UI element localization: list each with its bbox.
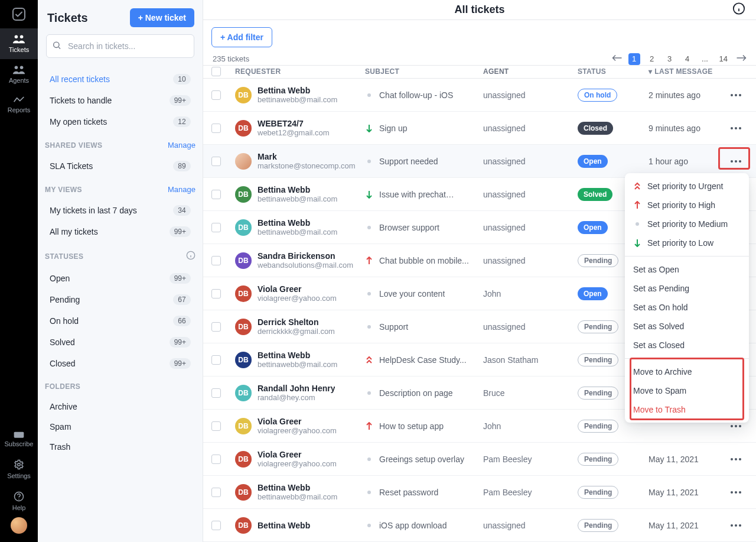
rail-label: Tickets (9, 46, 29, 53)
row-checkbox[interactable] (211, 488, 235, 497)
nav-label: Open (50, 274, 70, 283)
row-checkbox[interactable] (211, 223, 235, 232)
row-checkbox[interactable] (211, 355, 235, 365)
menu-item[interactable]: Set as On hold (625, 298, 749, 317)
table-row[interactable]: DBBettina Webbbettinawebb@mail.comReset … (203, 476, 756, 509)
pager-page[interactable]: 14 (717, 53, 730, 65)
menu-item[interactable]: Set as Open (625, 260, 749, 279)
row-checkbox[interactable] (211, 388, 235, 398)
nav-folders-item[interactable]: Trash (43, 437, 198, 457)
menu-item[interactable]: Set priority to High (625, 196, 749, 215)
row-checkbox[interactable] (211, 455, 235, 464)
avatar (235, 153, 252, 170)
table-row[interactable]: DBBettina WebbiOS app downloadunassigned… (203, 509, 756, 542)
menu-item[interactable]: Set as Pending (625, 279, 749, 298)
nav-folders-item[interactable]: Spam (43, 417, 198, 437)
rail-item-tickets[interactable]: Tickets (0, 28, 38, 59)
table-row[interactable]: Markmarkstone@stonecomp.comSupport neede… (203, 145, 756, 178)
manage-my-views[interactable]: Manage (168, 185, 195, 194)
menu-item[interactable]: Move to Trash (625, 400, 749, 419)
row-checkbox[interactable] (211, 521, 235, 530)
subject-text: Support (379, 322, 408, 332)
menu-item[interactable]: Set as Solved (625, 317, 749, 336)
nav-statuses-item[interactable]: Open99+ (43, 268, 198, 289)
menu-item[interactable]: Set as Closed (625, 336, 749, 355)
table-row[interactable]: DBViola Greerviolagreer@yahoo.comGreeing… (203, 443, 756, 476)
pager-next[interactable] (736, 54, 747, 63)
pager-page[interactable]: 4 (682, 53, 693, 65)
nav-recent-item[interactable]: Tickets to handle99+ (43, 90, 198, 111)
nav-statuses-item[interactable]: Closed99+ (43, 353, 198, 374)
requester-name: Bettina Webb (258, 86, 337, 95)
pager-prev[interactable] (612, 54, 623, 63)
rail-item-subscribe[interactable]: Subscribe (0, 424, 38, 453)
rail-item-agents[interactable]: Agents (0, 59, 38, 90)
nav-statuses-item[interactable]: On hold66 (43, 310, 198, 332)
nav-recent-item[interactable]: All recent tickets10 (43, 69, 198, 90)
row-more-button[interactable] (724, 124, 748, 133)
row-checkbox[interactable] (211, 322, 235, 332)
nav-label: Trash (50, 442, 70, 452)
col-agent[interactable]: AGENT (483, 67, 578, 76)
pager-page[interactable]: 1 (628, 53, 640, 65)
nav-recent-item[interactable]: My open tickets12 (43, 111, 198, 132)
row-more-button[interactable] (724, 455, 748, 464)
row-more-button[interactable] (724, 488, 748, 497)
rail-item-settings[interactable]: Settings (0, 453, 38, 485)
nav-count: 99+ (170, 273, 191, 284)
select-all-checkbox[interactable] (211, 67, 235, 76)
info-icon[interactable] (732, 2, 745, 17)
sidebar-folders: ArchiveSpamTrash (38, 394, 203, 459)
subject-text: Reset password (379, 488, 438, 497)
nav-myviews-item[interactable]: My tickets in last 7 days34 (43, 200, 198, 221)
col-subject[interactable]: SUBJECT (365, 67, 483, 76)
row-more-button[interactable] (724, 90, 748, 100)
rail-item-reports[interactable]: Reports (0, 90, 38, 119)
statuses-info-icon[interactable] (186, 251, 195, 262)
requester-email: violagreer@yahoo.com (258, 294, 337, 303)
subject-cell: Love your content (365, 289, 483, 298)
nav-folders-item[interactable]: Archive (43, 397, 198, 417)
row-more-button[interactable]: Set priority to UrgentSet priority to Hi… (724, 157, 748, 166)
nav-shared-item[interactable]: SLA Tickets89 (43, 155, 198, 177)
avatar: DB (235, 352, 252, 368)
current-user-avatar[interactable] (11, 517, 27, 534)
requester-cell: DBBettina Webbbettinawebb@mail.com (235, 483, 365, 501)
row-checkbox[interactable] (211, 190, 235, 199)
last-message-time: 1 hour ago (649, 157, 724, 166)
row-checkbox[interactable] (211, 256, 235, 265)
priority-up-icon (365, 422, 373, 430)
table-row[interactable]: DBWEBET24/7webet12@gmail.comSign upunass… (203, 112, 756, 145)
pager-page[interactable]: 2 (646, 53, 658, 65)
pager-page[interactable]: ... (699, 53, 711, 65)
row-checkbox[interactable] (211, 90, 235, 100)
col-status[interactable]: STATUS (578, 67, 649, 76)
nav-label: Archive (50, 402, 77, 411)
row-checkbox[interactable] (211, 289, 235, 298)
nav-myviews-item[interactable]: All my tickets99+ (43, 221, 198, 242)
manage-shared-views[interactable]: Manage (168, 141, 195, 150)
row-checkbox[interactable] (211, 157, 235, 166)
requester-cell: DBBettina Webbbettinawebb@mail.com (235, 218, 365, 236)
table-row[interactable]: DBBettina Webbbettinawebb@mail.comChat f… (203, 79, 756, 112)
row-checkbox[interactable] (211, 124, 235, 133)
row-checkbox[interactable] (211, 421, 235, 431)
menu-item[interactable]: Set priority to Urgent (625, 177, 749, 196)
row-more-button[interactable] (724, 521, 748, 530)
search-input[interactable] (46, 34, 194, 58)
nav-statuses-item[interactable]: Solved99+ (43, 332, 198, 353)
menu-item[interactable]: Set priority to Low (625, 233, 749, 252)
menu-item[interactable]: Move to Archive (625, 362, 749, 381)
pager-page[interactable]: 3 (664, 53, 676, 65)
col-last-message[interactable]: ▾LAST MESSAGE (649, 67, 724, 76)
menu-item[interactable]: Set priority to Medium (625, 215, 749, 233)
menu-item[interactable]: Move to Spam (625, 381, 749, 400)
new-ticket-button[interactable]: + New ticket (130, 8, 194, 27)
last-message-time: May 11, 2021 (649, 488, 724, 497)
add-filter-button[interactable]: + Add filter (211, 27, 272, 47)
rail-item-help[interactable]: Help (0, 485, 38, 517)
nav-statuses-item[interactable]: Pending67 (43, 289, 198, 310)
row-more-button[interactable] (724, 421, 748, 431)
menu-item-label: Set as Closed (633, 340, 685, 350)
col-requester[interactable]: REQUESTER (235, 67, 365, 76)
